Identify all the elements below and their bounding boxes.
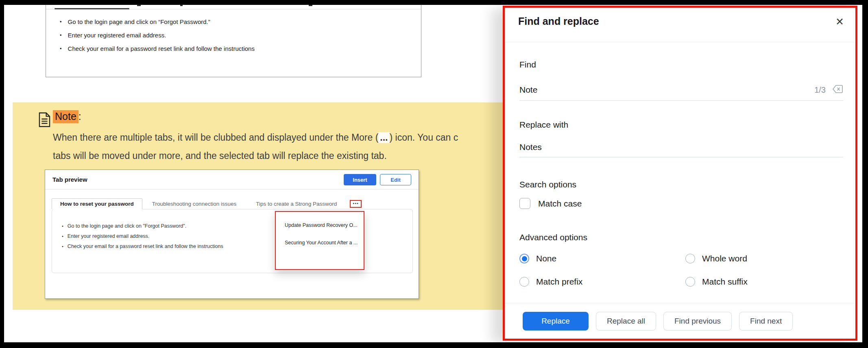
menu-item-update-password-recovery[interactable]: Update Password Recovery O... xyxy=(285,222,364,228)
screenshot-frame: Go to the login page and click on “Forgo… xyxy=(0,0,868,348)
radio-unselected-icon[interactable] xyxy=(519,277,529,287)
radio-selected-icon[interactable] xyxy=(519,254,529,263)
match-case-checkbox[interactable] xyxy=(519,198,530,209)
document-icon xyxy=(38,112,51,129)
active-tab-underline xyxy=(55,8,129,9)
replace-button[interactable]: Replace xyxy=(523,312,589,331)
find-next-button[interactable]: Find next xyxy=(739,312,793,331)
note-text: ) icon. You can c xyxy=(390,132,458,143)
find-input-value[interactable]: Note xyxy=(519,85,537,95)
divider xyxy=(505,303,855,303)
tab-troubleshooting-connection[interactable]: Troubleshooting connection issues xyxy=(142,201,246,207)
replace-input-underline xyxy=(519,157,843,157)
action-button-row: Replace Replace all Find previous Find n… xyxy=(523,312,793,331)
bullet-text: Enter your registered email address. xyxy=(68,233,149,239)
find-input[interactable]: Note 1/3 xyxy=(519,85,843,95)
search-options-heading: Search options xyxy=(519,180,576,189)
tab-bar: How to reset your password Troubleshooti… xyxy=(52,198,362,209)
list-item: Enter your registered email address. xyxy=(62,233,223,239)
menu-item-securing-your-account[interactable]: Securing Your Account After a ... xyxy=(285,240,364,246)
note-heading: Note: xyxy=(53,111,81,122)
bullet-text: Go to the login page and click on “Forgo… xyxy=(68,19,210,25)
more-dots-inline-icon: ... xyxy=(378,132,389,143)
radio-match-suffix[interactable]: Match suffix xyxy=(685,277,748,287)
tab-how-to-reset-password[interactable]: How to reset your password xyxy=(52,198,142,209)
replace-all-button[interactable]: Replace all xyxy=(596,312,656,331)
panel-title: Find and replace xyxy=(518,15,599,27)
note-paragraph-line-1: When there are multiple tabs, it will be… xyxy=(53,132,507,143)
clipped-tab-text xyxy=(137,5,141,6)
tab-tips-strong-password[interactable]: Tips to create a Strong Password xyxy=(246,201,347,207)
more-tabs-dropdown: Update Password Recovery O... Securing Y… xyxy=(275,211,364,270)
list-item: Check your email for a password reset li… xyxy=(62,244,223,249)
radio-label: None xyxy=(536,254,556,263)
bullet-text: Check your email for a password reset li… xyxy=(68,244,223,249)
note-text: When there are multiple tabs, it will be… xyxy=(53,132,378,143)
match-counter: 1/3 xyxy=(814,85,826,95)
reset-password-steps: Go to the login page and click on "Forgo… xyxy=(62,223,223,254)
bullet-text: Check your email for a password reset li… xyxy=(68,46,255,52)
radio-label: Whole word xyxy=(702,254,747,263)
clear-backspace-icon[interactable] xyxy=(832,85,843,95)
divider xyxy=(45,189,419,189)
note-colon: : xyxy=(79,111,81,122)
radio-match-prefix[interactable]: Match prefix xyxy=(519,277,582,287)
advanced-options-heading: Advanced options xyxy=(519,233,587,242)
radio-whole-word[interactable]: Whole word xyxy=(685,254,747,263)
list-item: Go to the login page and click on "Forgo… xyxy=(62,223,223,229)
note-paragraph-line-2: tabs will be moved under more, and the s… xyxy=(53,150,507,161)
close-icon[interactable]: ✕ xyxy=(835,17,844,27)
replace-input[interactable]: Notes xyxy=(519,142,542,152)
top-tab-panel-card: Go to the login page and click on “Forgo… xyxy=(46,5,421,77)
list-item: Check your email for a password reset li… xyxy=(60,46,255,52)
radio-unselected-icon[interactable] xyxy=(685,277,695,287)
bullet-text: Enter your registered email address. xyxy=(68,32,166,39)
find-input-underline xyxy=(519,100,843,101)
document-canvas: Go to the login page and click on “Forgo… xyxy=(4,5,862,342)
divider xyxy=(505,42,855,42)
clipped-tab-text xyxy=(180,5,183,6)
radio-label: Match suffix xyxy=(702,277,748,287)
list-item: Go to the login page and click on “Forgo… xyxy=(60,19,255,25)
edit-button[interactable]: Edit xyxy=(380,174,411,185)
find-and-replace-panel: Find and replace ✕ Find Note 1/3 Replace… xyxy=(503,6,857,341)
tab-preview-title: Tab preview xyxy=(52,176,87,183)
bullet-text: Go to the login page and click on "Forgo… xyxy=(68,223,186,229)
find-previous-button[interactable]: Find previous xyxy=(663,312,732,331)
note-callout: Note: When there are multiple tabs, it w… xyxy=(13,102,507,310)
reset-password-steps: Go to the login page and click on “Forgo… xyxy=(60,19,255,59)
replace-with-label: Replace with xyxy=(519,120,568,130)
radio-unselected-icon[interactable] xyxy=(685,254,695,263)
radio-none[interactable]: None xyxy=(519,254,556,263)
tab-preview-card: Tab preview Insert Edit How to reset you… xyxy=(45,170,419,299)
insert-button[interactable]: Insert xyxy=(344,174,376,185)
find-label: Find xyxy=(519,60,536,70)
clipped-tab-text xyxy=(309,5,312,6)
more-tabs-icon[interactable]: ••• xyxy=(350,200,362,208)
radio-label: Match prefix xyxy=(536,277,582,287)
highlighted-search-match: Note xyxy=(53,110,79,123)
list-item: Enter your registered email address. xyxy=(60,32,255,39)
match-case-label[interactable]: Match case xyxy=(538,199,582,209)
